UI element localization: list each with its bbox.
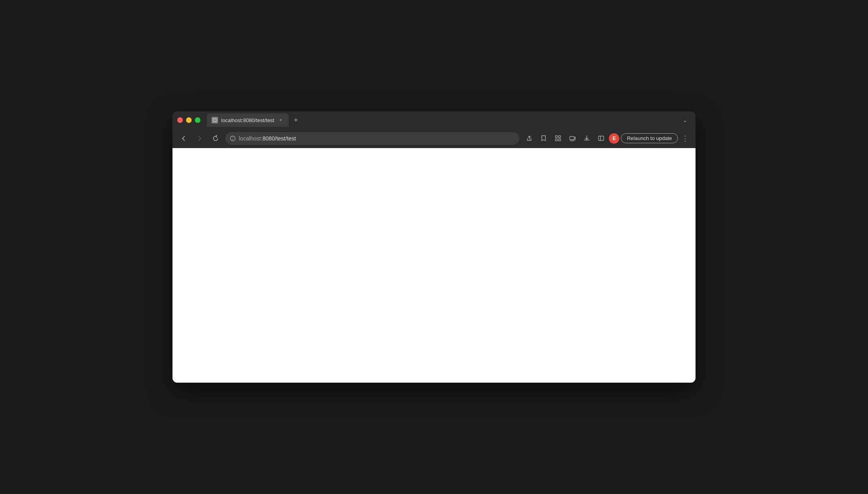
svg-rect-6 [559, 136, 561, 138]
active-tab[interactable]: localhost:8080/test/test × [207, 113, 289, 127]
tab-dropdown-button[interactable]: ⌄ [680, 115, 691, 126]
media-button[interactable] [566, 132, 579, 145]
sidebar-button[interactable] [595, 132, 607, 145]
download-button[interactable] [580, 132, 593, 145]
svg-rect-2 [214, 119, 216, 121]
svg-rect-5 [555, 136, 557, 138]
more-options-button[interactable]: ⋮ [680, 133, 691, 144]
title-bar: localhost:8080/test/test × + ⌄ [172, 111, 696, 129]
content-area [172, 148, 696, 383]
extensions-button[interactable] [551, 132, 564, 145]
maximize-button[interactable] [195, 117, 200, 123]
svg-rect-9 [570, 136, 574, 140]
close-button[interactable] [177, 117, 183, 123]
address-bar[interactable]: i localhost:8080/test/test [225, 132, 519, 145]
browser-window: localhost:8080/test/test × + ⌄ [172, 111, 696, 383]
tab-title: localhost:8080/test/test [221, 117, 274, 123]
address-path: 8080/test/test [262, 135, 296, 142]
bookmark-button[interactable] [537, 132, 550, 145]
new-tab-button[interactable]: + [290, 115, 301, 126]
address-subdomain: localhost: [239, 135, 262, 142]
address-text: localhost:8080/test/test [239, 135, 515, 142]
profile-avatar[interactable]: E [609, 133, 619, 144]
reload-button[interactable] [209, 132, 222, 145]
svg-text:i: i [232, 137, 234, 141]
relaunch-button[interactable]: Relaunch to update [621, 133, 678, 143]
svg-rect-10 [598, 136, 604, 140]
svg-rect-7 [555, 139, 557, 141]
toolbar-icons: E Relaunch to update ⋮ [523, 132, 691, 145]
tab-close-button[interactable]: × [277, 117, 284, 123]
nav-bar: i localhost:8080/test/test [172, 129, 696, 148]
back-button[interactable] [177, 132, 190, 145]
tab-bar: localhost:8080/test/test × + [207, 113, 676, 127]
svg-rect-8 [559, 139, 561, 141]
traffic-lights [177, 117, 200, 123]
forward-button[interactable] [193, 132, 206, 145]
profile-letter: E [612, 135, 616, 141]
tab-favicon [212, 117, 218, 123]
minimize-button[interactable] [186, 117, 192, 123]
share-button[interactable] [523, 132, 535, 145]
security-icon[interactable]: i [230, 136, 236, 141]
